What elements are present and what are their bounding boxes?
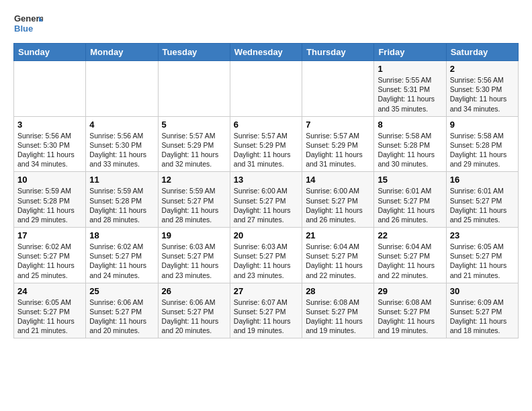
calendar-cell: 16Sunrise: 6:01 AM Sunset: 5:27 PM Dayli…: [446, 172, 518, 228]
day-number: 18: [89, 230, 154, 240]
calendar-cell: 1Sunrise: 5:55 AM Sunset: 5:31 PM Daylig…: [374, 61, 446, 117]
weekday-header-friday: Friday: [374, 44, 446, 61]
day-info: Sunrise: 6:03 AM Sunset: 5:27 PM Dayligh…: [162, 242, 226, 280]
day-number: 30: [450, 286, 515, 296]
day-info: Sunrise: 6:04 AM Sunset: 5:27 PM Dayligh…: [306, 242, 370, 280]
calendar-cell: 3Sunrise: 5:56 AM Sunset: 5:30 PM Daylig…: [14, 116, 86, 172]
day-info: Sunrise: 5:57 AM Sunset: 5:29 PM Dayligh…: [234, 131, 298, 169]
day-info: Sunrise: 5:57 AM Sunset: 5:29 PM Dayligh…: [162, 131, 226, 169]
day-number: 12: [162, 175, 226, 185]
calendar-cell: 10Sunrise: 5:59 AM Sunset: 5:28 PM Dayli…: [14, 172, 86, 228]
day-info: Sunrise: 5:59 AM Sunset: 5:27 PM Dayligh…: [162, 186, 226, 224]
day-info: Sunrise: 6:06 AM Sunset: 5:27 PM Dayligh…: [162, 298, 226, 336]
day-number: 15: [378, 175, 442, 185]
calendar-cell: [302, 61, 374, 117]
day-number: 8: [378, 120, 442, 130]
day-number: 20: [234, 230, 298, 240]
day-number: 7: [306, 120, 370, 130]
calendar-cell: 14Sunrise: 6:00 AM Sunset: 5:27 PM Dayli…: [302, 172, 374, 228]
weekday-header-tuesday: Tuesday: [158, 44, 230, 61]
day-number: 17: [17, 230, 82, 240]
day-info: Sunrise: 6:00 AM Sunset: 5:27 PM Dayligh…: [234, 186, 298, 224]
day-number: 6: [234, 120, 298, 130]
logo: General Blue: [13, 11, 43, 38]
svg-text:General: General: [14, 13, 43, 24]
day-info: Sunrise: 6:04 AM Sunset: 5:27 PM Dayligh…: [378, 242, 442, 280]
calendar-cell: 17Sunrise: 6:02 AM Sunset: 5:27 PM Dayli…: [14, 228, 86, 283]
day-info: Sunrise: 5:59 AM Sunset: 5:28 PM Dayligh…: [89, 186, 154, 224]
calendar-cell: 27Sunrise: 6:07 AM Sunset: 5:27 PM Dayli…: [230, 283, 302, 338]
day-info: Sunrise: 6:05 AM Sunset: 5:27 PM Dayligh…: [450, 242, 515, 280]
calendar-cell: 9Sunrise: 5:58 AM Sunset: 5:28 PM Daylig…: [446, 116, 518, 172]
day-info: Sunrise: 6:03 AM Sunset: 5:27 PM Dayligh…: [234, 242, 298, 280]
day-number: 27: [234, 286, 298, 296]
calendar-cell: 8Sunrise: 5:58 AM Sunset: 5:28 PM Daylig…: [374, 116, 446, 172]
day-number: 1: [378, 64, 442, 74]
calendar-cell: 29Sunrise: 6:08 AM Sunset: 5:27 PM Dayli…: [374, 283, 446, 338]
day-info: Sunrise: 6:00 AM Sunset: 5:27 PM Dayligh…: [306, 186, 370, 224]
day-number: 29: [378, 286, 442, 296]
day-number: 4: [89, 120, 154, 130]
weekday-header-wednesday: Wednesday: [230, 44, 302, 61]
day-info: Sunrise: 6:09 AM Sunset: 5:27 PM Dayligh…: [450, 298, 515, 336]
calendar-cell: 24Sunrise: 6:05 AM Sunset: 5:27 PM Dayli…: [14, 283, 86, 338]
weekday-header-row: SundayMondayTuesdayWednesdayThursdayFrid…: [14, 44, 519, 61]
day-info: Sunrise: 5:58 AM Sunset: 5:28 PM Dayligh…: [450, 131, 515, 169]
calendar-cell: 4Sunrise: 5:56 AM Sunset: 5:30 PM Daylig…: [86, 116, 158, 172]
day-info: Sunrise: 5:56 AM Sunset: 5:30 PM Dayligh…: [17, 131, 82, 169]
day-number: 26: [162, 286, 226, 296]
calendar-cell: [14, 61, 86, 117]
week-row-5: 24Sunrise: 6:05 AM Sunset: 5:27 PM Dayli…: [14, 283, 519, 338]
calendar-cell: 7Sunrise: 5:57 AM Sunset: 5:29 PM Daylig…: [302, 116, 374, 172]
calendar-cell: 20Sunrise: 6:03 AM Sunset: 5:27 PM Dayli…: [230, 228, 302, 283]
day-info: Sunrise: 6:01 AM Sunset: 5:27 PM Dayligh…: [450, 186, 515, 224]
week-row-3: 10Sunrise: 5:59 AM Sunset: 5:28 PM Dayli…: [14, 172, 519, 228]
day-number: 16: [450, 175, 515, 185]
calendar-cell: 28Sunrise: 6:08 AM Sunset: 5:27 PM Dayli…: [302, 283, 374, 338]
day-number: 25: [89, 286, 154, 296]
day-number: 3: [17, 120, 82, 130]
day-info: Sunrise: 6:01 AM Sunset: 5:27 PM Dayligh…: [378, 186, 442, 224]
calendar-cell: 5Sunrise: 5:57 AM Sunset: 5:29 PM Daylig…: [158, 116, 230, 172]
day-number: 5: [162, 120, 226, 130]
calendar-cell: 11Sunrise: 5:59 AM Sunset: 5:28 PM Dayli…: [86, 172, 158, 228]
day-number: 11: [89, 175, 154, 185]
day-info: Sunrise: 6:06 AM Sunset: 5:27 PM Dayligh…: [89, 298, 154, 336]
weekday-header-sunday: Sunday: [14, 44, 86, 61]
day-number: 10: [17, 175, 82, 185]
day-info: Sunrise: 6:08 AM Sunset: 5:27 PM Dayligh…: [378, 298, 442, 336]
day-info: Sunrise: 5:57 AM Sunset: 5:29 PM Dayligh…: [306, 131, 370, 169]
calendar-cell: 15Sunrise: 6:01 AM Sunset: 5:27 PM Dayli…: [374, 172, 446, 228]
week-row-2: 3Sunrise: 5:56 AM Sunset: 5:30 PM Daylig…: [14, 116, 519, 172]
day-number: 13: [234, 175, 298, 185]
calendar-cell: 30Sunrise: 6:09 AM Sunset: 5:27 PM Dayli…: [446, 283, 518, 338]
calendar-cell: [158, 61, 230, 117]
day-number: 9: [450, 120, 515, 130]
weekday-header-thursday: Thursday: [302, 44, 374, 61]
calendar-cell: 18Sunrise: 6:02 AM Sunset: 5:27 PM Dayli…: [86, 228, 158, 283]
weekday-header-monday: Monday: [86, 44, 158, 61]
calendar-table: SundayMondayTuesdayWednesdayThursdayFrid…: [13, 43, 519, 338]
day-info: Sunrise: 5:55 AM Sunset: 5:31 PM Dayligh…: [378, 75, 442, 113]
calendar-cell: 25Sunrise: 6:06 AM Sunset: 5:27 PM Dayli…: [86, 283, 158, 338]
calendar-cell: 22Sunrise: 6:04 AM Sunset: 5:27 PM Dayli…: [374, 228, 446, 283]
day-info: Sunrise: 5:58 AM Sunset: 5:28 PM Dayligh…: [378, 131, 442, 169]
calendar-cell: 19Sunrise: 6:03 AM Sunset: 5:27 PM Dayli…: [158, 228, 230, 283]
calendar-cell: 6Sunrise: 5:57 AM Sunset: 5:29 PM Daylig…: [230, 116, 302, 172]
day-info: Sunrise: 6:05 AM Sunset: 5:27 PM Dayligh…: [17, 298, 82, 336]
calendar-cell: 12Sunrise: 5:59 AM Sunset: 5:27 PM Dayli…: [158, 172, 230, 228]
day-info: Sunrise: 6:02 AM Sunset: 5:27 PM Dayligh…: [89, 242, 154, 280]
day-info: Sunrise: 6:02 AM Sunset: 5:27 PM Dayligh…: [17, 242, 82, 280]
page-header: General Blue: [13, 11, 519, 38]
week-row-4: 17Sunrise: 6:02 AM Sunset: 5:27 PM Dayli…: [14, 228, 519, 283]
weekday-header-saturday: Saturday: [446, 44, 518, 61]
day-number: 24: [17, 286, 82, 296]
day-number: 14: [306, 175, 370, 185]
week-row-1: 1Sunrise: 5:55 AM Sunset: 5:31 PM Daylig…: [14, 61, 519, 117]
calendar-cell: 13Sunrise: 6:00 AM Sunset: 5:27 PM Dayli…: [230, 172, 302, 228]
svg-text:Blue: Blue: [14, 24, 33, 34]
day-number: 2: [450, 64, 515, 74]
day-info: Sunrise: 5:56 AM Sunset: 5:30 PM Dayligh…: [89, 131, 154, 169]
day-number: 28: [306, 286, 370, 296]
day-number: 19: [162, 230, 226, 240]
